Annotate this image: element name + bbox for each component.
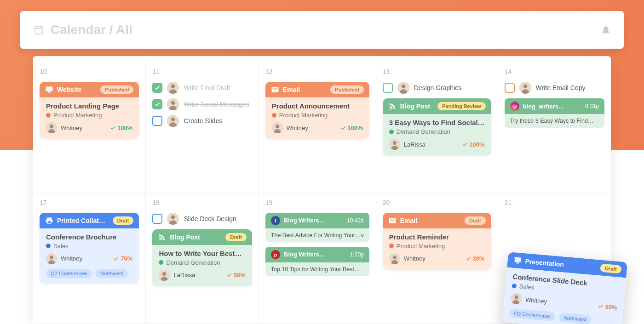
project-card[interactable]: Email Draft Product Reminder Product Mar…	[383, 213, 491, 270]
project-card[interactable]: Presentation Draft Conference Slide Deck…	[502, 252, 627, 324]
task-row[interactable]: Write Email Copy	[505, 82, 604, 94]
checkbox[interactable]	[152, 99, 162, 109]
social-handle: Blog Writers…	[284, 217, 325, 224]
post-preview: Top 10 Tips for Writing Your Best…	[265, 262, 369, 276]
tag[interactable]: Q2 Conferences	[509, 308, 556, 322]
post-time: 8:31p	[585, 103, 599, 109]
task-row[interactable]: Write Social Messages	[152, 98, 252, 110]
avatar	[46, 122, 57, 133]
day-number: 18	[152, 199, 252, 206]
avatar	[167, 82, 179, 94]
avatar	[272, 122, 283, 133]
mail-icon	[271, 85, 279, 94]
tag-row: Q2 ConferencesNorthwest	[46, 269, 132, 278]
calendar-icon	[33, 24, 44, 35]
project-card[interactable]: Blog Post Draft How to Write Your Best… …	[152, 229, 252, 286]
task-row[interactable]: Design Graphics	[383, 82, 491, 94]
card-header: Blog Post Pending Review	[383, 98, 491, 114]
tag[interactable]: Q2 Conferences	[46, 269, 92, 278]
day-number: 13	[383, 68, 491, 75]
calendar-day[interactable]: 20 Email Draft Product Reminder Product …	[376, 193, 498, 324]
card-body: Product Landing Page Product Marketing W…	[40, 97, 139, 139]
task-row[interactable]: Write Final Draft	[152, 82, 252, 94]
progress-percent: 100%	[110, 125, 132, 131]
card-body: Conference Slide Deck Sales Whitney 50% …	[502, 267, 626, 324]
card-title: How to Write Your Best…	[159, 250, 245, 257]
calendar-day[interactable]: 12 Email Published Product Announcement …	[259, 63, 376, 193]
progress-percent: 30%	[466, 255, 485, 262]
status-badge: Draft	[113, 216, 134, 225]
card-header: Blog Post Draft	[152, 229, 252, 245]
avatar	[167, 213, 179, 225]
day-number: 21	[505, 199, 604, 206]
task-label: Write Social Messages	[184, 101, 249, 108]
day-number: 19	[265, 199, 369, 206]
project-card[interactable]: Blog Post Pending Review 3 Easy Ways to …	[383, 98, 491, 155]
card-type-label: Blog Post	[400, 102, 430, 110]
checkbox[interactable]	[152, 214, 162, 224]
assignee: Whitney	[389, 253, 426, 264]
tag[interactable]: Northwest	[558, 313, 591, 324]
header-bar: Calendar / All	[20, 11, 624, 49]
day-number: 17	[40, 199, 139, 206]
status-badge: Draft	[225, 233, 247, 241]
mini-header: f Blog Writers… 10:42a	[265, 213, 369, 228]
task-label: Create Slides	[184, 117, 222, 125]
progress-percent: 50%	[598, 302, 617, 311]
calendar-day[interactable]: 13 Design Graphics Blog Post Pending Rev…	[376, 63, 498, 193]
status-badge: Published	[330, 85, 364, 94]
calendar-day[interactable]: 18 Slide Deck Design Blog Post Draft How…	[146, 193, 259, 324]
card-type-label: Email	[283, 86, 300, 93]
mail-icon	[388, 216, 397, 225]
calendar-canvas: 10 Website Published Product Landing Pag…	[33, 56, 611, 324]
card-category: Demand Generation	[389, 128, 485, 135]
post-preview: Try these 3 Easy Ways to Find…	[505, 114, 604, 128]
calendar-day[interactable]: 19 f Blog Writers… 10:42a The Best Advic…	[259, 193, 376, 324]
card-body: 3 Easy Ways to Find Social… Demand Gener…	[383, 114, 491, 155]
calendar-day[interactable]: 11 Write Final Draft Write Social Messag…	[146, 63, 259, 193]
card-category: Product Marketing	[389, 243, 485, 250]
avatar	[389, 139, 400, 150]
checkbox[interactable]	[152, 83, 162, 93]
social-post-card[interactable]: f Blog Writers… 10:42a The Best Advice F…	[265, 213, 369, 242]
assignee: Whitney	[272, 122, 308, 133]
card-header: Website Published	[40, 82, 139, 97]
task-label: Write Email Copy	[536, 84, 586, 91]
card-category: Product Marketing	[272, 112, 363, 119]
project-card[interactable]: Website Published Product Landing Page P…	[40, 82, 139, 139]
social-post-card[interactable]: ◎ blog_writers… 8:31p Try these 3 Easy W…	[505, 98, 604, 128]
avatar	[397, 82, 409, 94]
avatar	[167, 98, 179, 110]
checkbox[interactable]	[383, 83, 393, 93]
project-card[interactable]: Printed Collat… Draft Conference Brochur…	[40, 213, 139, 284]
mini-header: ◎ blog_writers… 8:31p	[505, 98, 604, 114]
status-badge: Draft	[600, 264, 621, 274]
day-number: 11	[152, 68, 252, 75]
task-row[interactable]: Slide Deck Design	[152, 213, 252, 225]
day-number: 14	[505, 68, 604, 75]
progress-percent: 75%	[113, 255, 132, 262]
card-body: Conference Brochure Sales Whitney 75% Q2…	[40, 228, 139, 284]
card-title: 3 Easy Ways to Find Social…	[389, 119, 485, 126]
social-post-card[interactable]: p Blog Writers… 1:20p Top 10 Tips for Wr…	[265, 247, 369, 276]
card-type-label: Email	[400, 217, 417, 224]
project-card[interactable]: Email Published Product Announcement Pro…	[265, 82, 369, 139]
card-body: Product Reminder Product Marketing Whitn…	[383, 228, 491, 270]
calendar-day[interactable]: 14 Write Email Copy ◎ blog_writers… 8:31…	[498, 63, 611, 193]
avatar	[167, 115, 179, 127]
checkbox[interactable]	[505, 83, 515, 93]
tag[interactable]: Northwest	[96, 269, 128, 278]
status-badge: Published	[100, 85, 134, 94]
card-header: Printed Collat… Draft	[40, 213, 139, 228]
checkbox[interactable]	[152, 116, 162, 126]
calendar-day[interactable]: 10 Website Published Product Landing Pag…	[33, 63, 146, 193]
calendar-day[interactable]: 17 Printed Collat… Draft Conference Broc…	[33, 193, 146, 324]
avatar	[46, 253, 57, 264]
card-body: How to Write Your Best… Demand Generatio…	[152, 245, 252, 286]
day-number: 20	[383, 199, 491, 206]
bell-icon[interactable]	[601, 25, 611, 35]
avatar	[159, 270, 170, 281]
task-row[interactable]: Create Slides	[152, 115, 252, 127]
card-type-label: Presentation	[525, 257, 564, 268]
assignee: Whitney	[46, 253, 82, 264]
